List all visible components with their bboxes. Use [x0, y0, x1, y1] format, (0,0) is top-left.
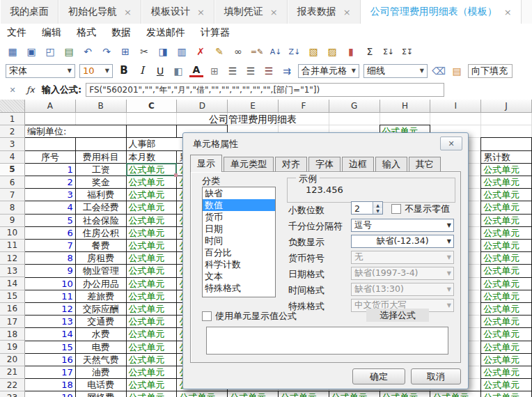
expense-name-cell[interactable]: 物业管理 [75, 264, 127, 277]
seq-cell[interactable]: 3 [25, 188, 76, 201]
seq-cell[interactable]: 19 [25, 391, 76, 397]
sheet-cell[interactable] [126, 125, 178, 138]
expense-name-cell[interactable]: 交通费 [75, 315, 127, 328]
redo-icon[interactable]: ↷ [100, 45, 114, 59]
copy-icon[interactable]: ◨ [156, 45, 170, 59]
expense-name-cell[interactable]: 办公用品 [75, 277, 127, 290]
stepper-up-icon[interactable]: ▲ [373, 202, 382, 208]
row-header[interactable]: 14 [0, 277, 25, 290]
document-tab[interactable]: 填制凭证× [214, 0, 288, 24]
tab-close-icon[interactable]: × [343, 7, 351, 17]
column-header[interactable]: G [329, 100, 380, 113]
formula-cell[interactable]: 公式单元 [126, 226, 178, 240]
seq-cell[interactable]: 10 [25, 277, 76, 290]
formula-cell[interactable]: 公式单元 [430, 391, 481, 397]
print-preview-icon[interactable]: ◰ [43, 45, 57, 59]
formula-cell[interactable]: 公式单元 [126, 302, 178, 316]
menu-item[interactable]: 数据 [111, 26, 131, 39]
formula-cell[interactable]: 公式单元 [480, 391, 532, 397]
sheet-cell[interactable] [75, 137, 127, 150]
font-family-select[interactable]: 宋体 ▼ [6, 64, 75, 78]
ok-button[interactable]: 确定 [352, 368, 405, 384]
dialog-tab[interactable]: 对齐 [275, 157, 307, 171]
seq-cell[interactable]: 7 [25, 239, 76, 252]
hide-zero-checkbox[interactable]: 不显示零值 [391, 203, 450, 215]
align-center-icon[interactable]: ☰ [244, 64, 258, 78]
formula-cell[interactable]: 公式单元 [126, 391, 178, 397]
expense-name-cell[interactable]: 电费 [75, 341, 127, 354]
total-header-cell[interactable]: 累计数 [480, 150, 532, 164]
category-list-item[interactable]: 数值 [203, 199, 275, 211]
seq-cell[interactable]: 14 [25, 327, 76, 341]
column-header[interactable]: A [25, 100, 76, 113]
row-header[interactable]: 22 [0, 379, 25, 391]
row-header[interactable]: 2 [0, 125, 25, 138]
row-header[interactable]: 12 [0, 252, 25, 265]
sheet-title-cell[interactable]: 公司管理费用明细表 [126, 113, 380, 125]
formula-cell[interactable]: 公式单元 [126, 290, 178, 303]
cut-icon[interactable]: ✂ [137, 45, 151, 59]
column-header[interactable]: B [76, 100, 127, 113]
formula-cell[interactable]: 公式单元 [480, 290, 532, 303]
formula-cell[interactable]: 公式单元 [126, 251, 178, 265]
document-tab[interactable]: 我的桌面 [0, 0, 58, 24]
formula-cell[interactable]: 公式单元 [480, 214, 532, 227]
dialog-tab[interactable]: 字体 [308, 157, 341, 171]
expense-name-cell[interactable]: 社会保险 [75, 214, 127, 227]
formula-cell[interactable]: 公式单元 [480, 201, 532, 214]
clear-formula-icon[interactable]: ✕ [6, 83, 19, 97]
stepper-buttons[interactable]: ▲▼ [373, 202, 382, 214]
month-header-cell[interactable]: 本月数 [126, 150, 178, 164]
formula-cell[interactable]: 公式单元 [126, 264, 178, 277]
select-all-corner[interactable] [0, 100, 25, 113]
sheet-cell[interactable] [25, 137, 76, 150]
expense-name-cell[interactable]: 工资 [75, 163, 127, 176]
formula-cell[interactable]: 公式单元 [126, 277, 178, 290]
row-header[interactable]: 15 [0, 290, 25, 303]
sort-descending-icon[interactable]: Z↓ [288, 45, 302, 59]
delete-icon[interactable]: ✗ [194, 45, 208, 59]
row-header[interactable]: 7 [0, 189, 25, 201]
formula-cell[interactable]: 公式单元 [480, 378, 532, 391]
category-list-item[interactable]: 货币 [203, 211, 275, 223]
seq-cell[interactable]: 6 [25, 226, 76, 240]
dialog-tab[interactable]: 显示 [190, 155, 222, 172]
category-list-item[interactable]: 缺省 [203, 187, 275, 199]
formula-cell[interactable]: 公式单元 [480, 327, 532, 341]
formula-input[interactable] [86, 83, 444, 97]
expense-name-cell[interactable]: 网络费 [75, 391, 127, 397]
column-header[interactable]: H [380, 100, 431, 113]
row-header[interactable]: 18 [0, 328, 25, 341]
paste-value-icon[interactable]: ▨ [325, 45, 339, 59]
category-list-item[interactable]: 百分比 [203, 247, 275, 258]
seq-cell[interactable]: 17 [25, 366, 76, 379]
row-header[interactable]: 11 [0, 240, 25, 252]
seq-cell[interactable]: 13 [25, 315, 76, 328]
seq-cell[interactable]: 1 [25, 163, 76, 176]
formula-cell[interactable]: 公式单元 [480, 366, 532, 379]
dialog-tab[interactable]: 单元类型 [224, 157, 274, 171]
line-style-select[interactable]: 细线 ▼ [363, 64, 428, 78]
subject-header-cell[interactable]: 费用科目 [75, 150, 127, 164]
align-left-icon[interactable]: ☰ [226, 64, 240, 78]
row-header[interactable]: 20 [0, 354, 25, 366]
row-header[interactable]: 5 [0, 164, 25, 176]
formula-cell[interactable]: 公式单元 [480, 277, 532, 290]
menu-item[interactable]: 文件 [7, 26, 26, 39]
checkbox-icon[interactable] [391, 204, 401, 214]
undo-icon[interactable]: ↶ [81, 45, 95, 59]
find-icon[interactable]: ∞ [231, 45, 245, 59]
formula-cell[interactable]: 公式单元 [480, 341, 532, 354]
expense-name-cell[interactable]: 房租费 [75, 251, 127, 265]
formula-cell[interactable]: 公式单元 [126, 341, 178, 354]
formula-cell[interactable]: 公式单元 [480, 239, 532, 252]
merge-cells-select[interactable]: 合并单元格 ▼ [298, 64, 359, 78]
sum-all-icon[interactable]: Σ↧ [400, 45, 414, 59]
column-header[interactable]: F [279, 100, 329, 113]
category-list-item[interactable]: 日期 [203, 223, 275, 235]
checkbox-icon[interactable] [202, 311, 212, 321]
sum-icon[interactable]: Σ [363, 45, 377, 59]
sum-column-icon[interactable]: Σ↓ [382, 45, 396, 59]
expense-name-cell[interactable]: 天然气费 [75, 353, 127, 366]
wrap-text-icon[interactable]: ⇉ [280, 64, 294, 78]
